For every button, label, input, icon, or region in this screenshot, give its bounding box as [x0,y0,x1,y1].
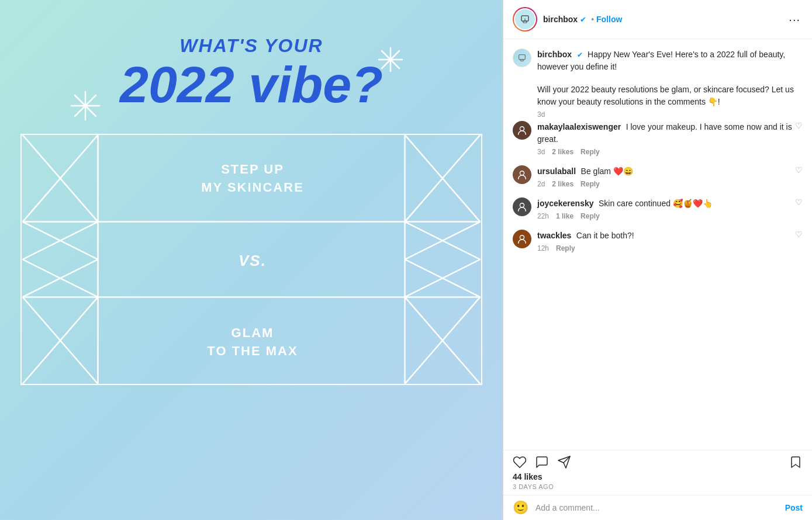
svg-rect-31 [519,55,526,60]
comment-meta-2: 2d 2 likes Reply [537,180,803,188]
post-header: birchbox ✔ • Follow ··· [503,0,812,39]
comment-text-4: Can it be both?! [576,231,634,240]
svg-rect-32 [520,60,523,61]
comment-reply-2[interactable]: Reply [581,180,600,188]
caption-verified: ✔ [577,51,583,59]
caption-meta: 3d [537,110,803,119]
more-options-button[interactable]: ··· [786,11,803,29]
follow-button[interactable]: Follow [596,15,622,24]
comment-avatar-4 [513,230,531,248]
glam-line1: GLAM [231,324,274,342]
vs-label: VS. [239,250,267,271]
comment-username-2[interactable]: ursulaball [537,167,576,176]
svg-rect-29 [523,21,527,23]
comment-likes-2: 2 likes [552,180,573,188]
comment-row: ursulaball Be glam ❤️😄 2d 2 likes Reply … [513,165,803,188]
comment-reply-4[interactable]: Reply [556,244,575,252]
vibe-card: STEP UP MY SKINCARE VS. GLAM TO THE MAX [20,134,482,385]
comment-button[interactable] [535,455,549,469]
time-ago: 3 DAYS AGO [503,483,812,495]
comment-reply-3[interactable]: Reply [581,212,600,220]
svg-point-33 [520,127,524,131]
whats-your-label: WHAT'S YOUR [120,35,383,57]
comment-username-1[interactable]: makaylaalexiswenger [537,122,621,131]
comment-username-4[interactable]: twackles [537,231,571,240]
caption-body: birchbox ✔ Happy New Year's Eve! Here's … [537,48,803,119]
comment-time-3: 22h [537,212,549,220]
comment-avatar-1 [513,121,531,140]
comment-body-3: joycekerensky Skin care continued 🥰🍯❤️👆 … [537,197,803,220]
vibe-text-block: WHAT'S YOUR 2022 vibe? [120,35,383,110]
caption-username[interactable]: birchbox [537,50,572,59]
header-verified-icon: ✔ [580,15,586,24]
skincare-line2: MY SKINCARE [201,179,304,197]
header-username[interactable]: birchbox [543,15,578,24]
header-avatar-wrap[interactable] [513,7,537,32]
comment-reply-1[interactable]: Reply [581,148,600,156]
comment-row: joycekerensky Skin care continued 🥰🍯❤️👆 … [513,197,803,220]
comment-body-4: twackles Can it be both?! 12h Reply [537,230,803,252]
svg-point-35 [520,203,524,207]
like-button[interactable] [513,455,527,469]
comment-row: twackles Can it be both?! 12h Reply ♡ [513,230,803,252]
caption-text1: Happy New Year's Eve! Here's to a 2022 f… [537,50,785,71]
comment-text-3: Skin care continued 🥰🍯❤️👆 [599,199,713,208]
post-button[interactable]: Post [785,503,803,512]
likes-count: 44 likes [513,472,543,481]
caption-time: 3d [537,110,545,119]
header-dot: • [591,15,594,24]
comment-text-2: Be glam ❤️😄 [581,167,633,176]
glam-line2: TO THE MAX [207,342,298,360]
sparkle-decoration-right [378,47,403,75]
add-comment-bar: 🙂 Post [503,495,812,520]
post-image: WHAT'S YOUR 2022 vibe? [0,0,503,520]
share-button[interactable] [557,455,571,469]
comment-heart-3[interactable]: ♡ [795,197,803,207]
comment-avatar-3 [513,197,531,216]
comment-time-2: 2d [537,180,545,188]
skincare-option: STEP UP MY SKINCARE [98,135,407,223]
comment-input[interactable] [535,503,778,512]
svg-point-36 [520,235,524,240]
caption-avatar [513,48,531,67]
bookmark-button[interactable] [789,455,803,469]
comment-time-4: 12h [537,244,549,252]
skincare-line1: STEP UP [221,161,284,179]
comment-meta-3: 22h 1 like Reply [537,212,803,220]
comment-body-2: ursulaball Be glam ❤️😄 2d 2 likes Reply [537,165,803,188]
caption-text2: Will your 2022 beauty resolutions be gla… [537,85,794,106]
vibe-year-label: 2022 vibe? [120,59,383,110]
comment-time-1: 3d [537,148,545,156]
header-info: birchbox ✔ • Follow [543,15,622,24]
comment-body-1: makaylaalexiswenger I love your makeup. … [537,121,803,156]
header-avatar [515,9,535,29]
vs-section: VS. [22,223,483,299]
svg-point-34 [520,171,524,175]
comment-heart-1[interactable]: ♡ [795,121,803,130]
glam-option: GLAM TO THE MAX [98,299,407,386]
comment-heart-2[interactable]: ♡ [795,165,803,175]
comment-likes-1: 2 likes [552,148,573,156]
comment-meta-4: 12h Reply [537,244,803,252]
emoji-button[interactable]: 🙂 [513,500,528,515]
comment-heart-4[interactable]: ♡ [795,230,803,239]
post-caption: birchbox ✔ Happy New Year's Eve! Here's … [513,48,803,119]
likes-row: 44 likes [503,472,812,483]
comment-likes-3: 1 like [556,212,573,220]
sparkle-decoration-left [70,91,101,124]
comment-username-3[interactable]: joycekerensky [537,199,594,208]
comment-row: makaylaalexiswenger I love your makeup. … [513,121,803,156]
right-panel: birchbox ✔ • Follow ··· birchbox ✔ Happy… [503,0,812,520]
actions-bar [503,450,812,472]
comment-avatar-2 [513,165,531,184]
comment-meta-1: 3d 2 likes Reply [537,148,803,156]
comments-section: birchbox ✔ Happy New Year's Eve! Here's … [503,39,812,450]
